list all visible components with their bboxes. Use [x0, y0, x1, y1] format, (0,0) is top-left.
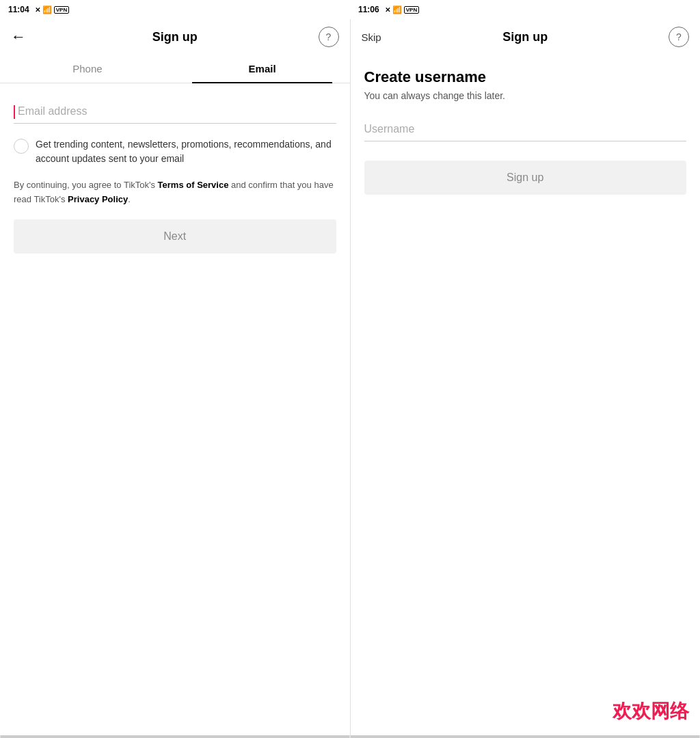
skip-button[interactable]: Skip — [362, 31, 381, 43]
back-button[interactable]: ← — [11, 28, 26, 46]
text-cursor — [14, 105, 15, 119]
help-button-1[interactable]: ? — [319, 27, 339, 47]
bottom-seg-1 — [1, 735, 349, 738]
username-input[interactable] — [364, 118, 687, 141]
newsletter-label: Get trending content, newsletters, promo… — [36, 137, 336, 166]
vpn-badge: VPN — [54, 6, 69, 14]
page-title-2: Sign up — [502, 30, 548, 44]
screen1-header: ← Sign up ? — [0, 19, 350, 55]
signup-email-screen: ← Sign up ? Phone Email Get trending con… — [0, 19, 350, 735]
time-right: 11:06 — [358, 5, 379, 14]
privacy-policy-link[interactable]: Privacy Policy — [68, 194, 128, 204]
terms-suffix: . — [128, 194, 131, 204]
newsletter-checkbox[interactable] — [14, 139, 29, 154]
bottom-seg-2 — [351, 735, 699, 738]
status-icons-right: ✕ 📶 VPN — [385, 5, 419, 14]
time-left: 11:04 — [8, 5, 29, 14]
status-bar-left: 11:04 ✕ 📶 VPN — [0, 0, 350, 19]
vpn-badge-2: VPN — [404, 6, 419, 14]
signal-x-icon: ✕ — [35, 6, 40, 14]
create-username-title: Create username — [364, 68, 687, 86]
help-button-2[interactable]: ? — [669, 27, 689, 47]
signup-button[interactable]: Sign up — [364, 161, 687, 195]
email-field-wrap — [14, 100, 336, 124]
next-button[interactable]: Next — [14, 219, 336, 254]
terms-prefix: By continuing, you agree to TikTok's — [14, 180, 158, 190]
create-username-subtitle: You can always change this later. — [364, 90, 687, 101]
wifi-icon-2: 📶 — [392, 5, 402, 14]
create-username-section: Create username You can always change th… — [351, 55, 701, 195]
watermark: 欢欢网络 — [612, 698, 689, 724]
status-icons-left: ✕ 📶 VPN — [35, 5, 69, 14]
wifi-icon: 📶 — [42, 5, 52, 14]
page-title-1: Sign up — [152, 30, 198, 44]
email-input[interactable] — [14, 100, 336, 124]
tab-phone[interactable]: Phone — [0, 55, 175, 83]
tab-email[interactable]: Email — [175, 55, 350, 83]
signal-x-icon-2: ✕ — [385, 6, 390, 14]
tabs-container: Phone Email — [0, 55, 350, 83]
create-username-screen: Skip Sign up ? Create username You can a… — [351, 19, 701, 735]
bottom-bar — [0, 735, 700, 738]
newsletter-checkbox-row: Get trending content, newsletters, promo… — [14, 137, 336, 166]
status-bar-right: 11:06 ✕ 📶 VPN — [350, 0, 700, 19]
screen1-content: Get trending content, newsletters, promo… — [0, 83, 350, 735]
screen2-header: Skip Sign up ? — [351, 19, 701, 55]
terms-text: By continuing, you agree to TikTok's Ter… — [14, 178, 336, 207]
terms-of-service-link[interactable]: Terms of Service — [158, 180, 229, 190]
